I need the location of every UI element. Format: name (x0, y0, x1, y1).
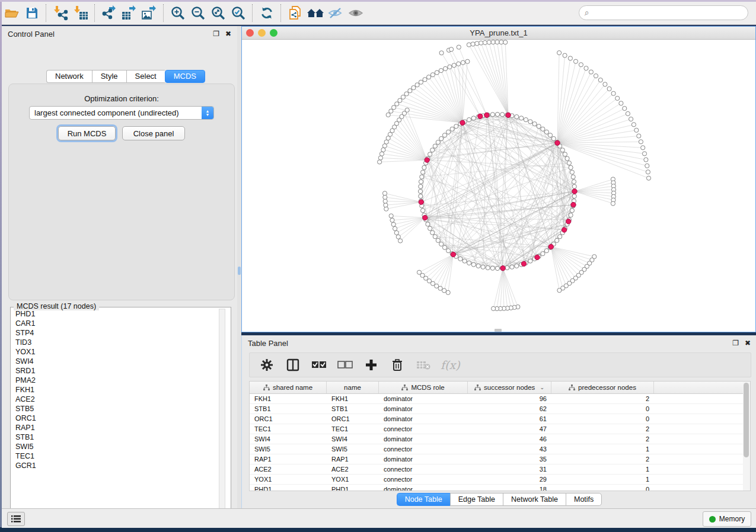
graph-node[interactable] (446, 249, 451, 253)
graph-node[interactable] (569, 213, 573, 217)
graph-node[interactable] (548, 133, 552, 137)
graph-node[interactable] (458, 257, 462, 261)
graph-node[interactable] (607, 86, 611, 91)
mcds-result-item[interactable]: SWI5 (11, 442, 218, 451)
graph-node[interactable] (442, 133, 446, 137)
graph-node[interactable] (444, 66, 448, 70)
graph-node[interactable] (645, 164, 649, 168)
graph-node[interactable] (551, 136, 556, 140)
graph-hub-node-mcds[interactable] (423, 215, 428, 220)
graph-node[interactable] (442, 245, 446, 249)
graph-node[interactable] (430, 230, 435, 235)
graph-node[interactable] (500, 113, 505, 117)
table-row[interactable]: SWI4SWI4dominator462 (250, 434, 750, 444)
graph-node[interactable] (381, 148, 385, 152)
graph-node[interactable] (646, 176, 650, 180)
graph-node[interactable] (487, 40, 491, 44)
refresh-view-button[interactable] (257, 4, 277, 22)
graph-node[interactable] (492, 306, 496, 310)
graph-hub-node-mcds[interactable] (451, 252, 455, 257)
graph-node[interactable] (471, 262, 476, 267)
graph-hub-node-mcds[interactable] (478, 114, 483, 118)
mcds-result-item[interactable]: ORC1 (11, 414, 218, 423)
graph-node[interactable] (415, 83, 419, 87)
column-header-name[interactable]: name (327, 382, 379, 393)
graph-node[interactable] (626, 111, 630, 116)
graph-node[interactable] (391, 222, 395, 226)
graph-node[interactable] (532, 122, 537, 126)
save-session-button[interactable] (22, 4, 42, 22)
graph-node[interactable] (419, 194, 423, 198)
graph-node[interactable] (544, 130, 548, 134)
graph-node[interactable] (499, 40, 503, 44)
graph-node[interactable] (419, 184, 423, 188)
graph-node[interactable] (571, 175, 575, 179)
hide-selected-button[interactable] (326, 4, 346, 22)
graph-node[interactable] (389, 214, 393, 218)
sort-chevron-icon[interactable]: ⌄ (540, 384, 544, 390)
mcds-result-item[interactable]: PMA2 (11, 376, 218, 385)
graph-hub-node-mcds[interactable] (419, 200, 423, 204)
table-row[interactable]: PHD1PHD1dominator180 (250, 485, 750, 491)
graph-node[interactable] (570, 209, 574, 213)
table-scrollbar-thumb[interactable] (744, 383, 749, 457)
graph-node[interactable] (454, 124, 458, 129)
graph-node[interactable] (439, 51, 444, 55)
graph-hub-node-mcds[interactable] (572, 189, 577, 194)
graph-node[interactable] (584, 66, 588, 70)
graph-node[interactable] (528, 120, 532, 124)
graph-node[interactable] (382, 191, 387, 196)
graph-node[interactable] (423, 78, 427, 82)
graph-node[interactable] (475, 41, 479, 46)
graph-node[interactable] (439, 136, 444, 140)
graph-node[interactable] (598, 78, 602, 82)
graph-node[interactable] (495, 266, 499, 270)
graph-node[interactable] (379, 152, 384, 156)
graph-node[interactable] (446, 130, 451, 134)
mcds-result-item[interactable]: PHD1 (11, 309, 218, 319)
graph-node[interactable] (637, 134, 641, 138)
float-panel-icon[interactable]: ❐ (213, 30, 219, 38)
graph-node[interactable] (433, 144, 437, 148)
graph-node[interactable] (537, 124, 541, 129)
column-header-successor-nodes[interactable]: successor nodes⌄ (468, 382, 551, 393)
close-panel-icon[interactable]: ✖ (745, 339, 751, 347)
graph-node[interactable] (555, 238, 559, 242)
graph-node[interactable] (572, 184, 576, 188)
table-row[interactable]: YOX1YOX1connector291 (250, 475, 750, 485)
graph-node[interactable] (393, 226, 397, 230)
tab-network-table[interactable]: Network Table (503, 493, 566, 506)
graph-node[interactable] (568, 56, 572, 60)
export-table-button[interactable] (119, 4, 139, 22)
graph-node[interactable] (435, 70, 439, 75)
graph-node[interactable] (491, 40, 495, 44)
show-all-button[interactable] (346, 4, 366, 22)
graph-node[interactable] (421, 209, 425, 213)
graph-node[interactable] (452, 63, 456, 68)
graph-node[interactable] (486, 265, 490, 270)
graph-node[interactable] (557, 51, 562, 55)
tab-style[interactable]: Style (92, 70, 126, 83)
optimization-criterion-select[interactable]: largest connected component (undirected)… (29, 106, 214, 120)
graph-node[interactable] (408, 89, 412, 93)
graph-node[interactable] (646, 170, 650, 174)
network-graph-canvas[interactable] (242, 39, 755, 332)
graph-node[interactable] (594, 74, 598, 78)
graph-node[interactable] (457, 45, 461, 49)
graph-node[interactable] (419, 80, 423, 84)
search-input[interactable]: ⌕ (579, 5, 748, 20)
tab-motifs[interactable]: Motifs (566, 493, 602, 506)
graph-node[interactable] (467, 261, 471, 265)
delete-column-button[interactable] (388, 356, 406, 374)
graph-node[interactable] (461, 60, 465, 65)
graph-node[interactable] (623, 106, 627, 110)
graph-node[interactable] (471, 116, 476, 120)
result-list-scrollbar[interactable] (219, 309, 225, 521)
graph-node[interactable] (641, 146, 645, 150)
copy-network-button[interactable] (285, 4, 305, 22)
graph-node[interactable] (422, 165, 426, 169)
network-window-titlebar[interactable]: YPA_prune.txt_1 (242, 27, 755, 40)
tab-node-table[interactable]: Node Table (397, 493, 450, 506)
mcds-result-item[interactable]: SRD1 (11, 366, 218, 376)
show-panel-list-button[interactable] (7, 512, 25, 526)
